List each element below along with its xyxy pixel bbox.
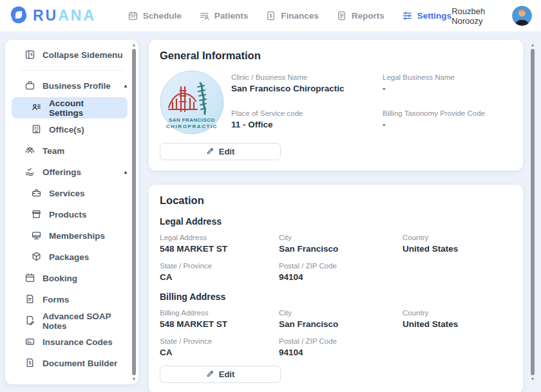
settings-sliders-icon [402,10,413,21]
sidebar-item-label: Insurance Codes [43,337,113,347]
field-label: State / Province [160,337,279,345]
collapse-sidemenu-label: Collapse Sidemenu [43,50,123,60]
sidebar-item-label: Offerings [43,167,81,177]
field-billing-address: Billing Address 548 MARKET ST [160,309,279,329]
app-window: RUANA Schedule Patie [0,0,541,392]
scroll-up-arrow-icon[interactable]: ▲ [529,42,536,48]
sidebar-item-memberships[interactable]: Memberships [5,225,138,247]
sidebar-item-document-builder[interactable]: $ Document Builder [5,353,138,374]
offerings-hand-icon [24,166,35,179]
sidebar-item-offices[interactable]: Office(s) [5,119,138,140]
sidebar-item-packages[interactable]: Packages [5,247,138,268]
field-label: Billing Address [160,309,279,317]
sidebar-item-team[interactable]: Team [5,140,138,162]
brand-logo[interactable]: RUANA [9,5,128,27]
field-value: 94104 [279,348,403,357]
collapse-sidemenu-icon [24,49,35,62]
nav-tab-patients[interactable]: Patients [199,10,249,21]
sidebar-item-label: Document Builder [43,359,117,368]
sidebar-item-products[interactable]: Products [5,204,138,225]
sidebar-item-label: Booking [43,274,77,283]
location-edit-button[interactable]: Edit [160,366,281,383]
nav-label: Reports [352,11,384,21]
field-state-province: State / Province CA [160,262,279,282]
field-postal-zip-code: Postal / ZIP Code 94104 [279,337,403,357]
billing-address-section-title: Billing Address [160,292,512,302]
sidebar-item-insurance-codes[interactable]: Insurance Codes [5,331,138,353]
chevron-up-icon[interactable]: ▲ [123,170,128,175]
scroll-down-arrow-icon[interactable]: ▼ [131,377,137,382]
sidebar-item-business-profile[interactable]: Business Profile ▲ [5,75,138,97]
sidebar-item-label: Business Profile [43,81,111,91]
chevron-up-icon[interactable]: ▲ [123,84,128,89]
legal-address-fields: Legal Address 548 MARKET ST City San Fra… [160,234,512,282]
general-information-title: General Information [160,50,512,62]
field-value: 11 - Office [231,120,383,129]
toolbox-icon [31,187,42,200]
document-pencil-icon [24,315,35,328]
field-label: Country [403,309,512,317]
sidebar-item-advanced-soap-notes[interactable]: Advanced SOAP Notes [5,310,138,331]
field-value: San Francisco [279,319,403,329]
nav-tab-settings[interactable]: Settings [402,10,451,21]
scrollbar-thumb[interactable] [132,49,136,375]
field-label: Postal / ZIP Code [279,337,403,345]
field-place-of-service-code: Place of Service code 11 - Office [231,109,383,135]
svg-text:CHIROPRACTIC: CHIROPRACTIC [166,124,218,129]
sidebar-scrollbar[interactable]: ▲ ▼ [131,42,137,382]
field-value: San Francisco Chiropractic [231,84,383,93]
sidebar-item-forms[interactable]: Forms [5,289,138,310]
office-building-icon [31,124,42,136]
field-value: 548 MARKET ST [160,244,279,254]
main-content: General Information [149,40,536,384]
sidebar-item-label: Services [49,189,85,198]
field-label: Clinic / Business Name [231,73,383,81]
main-scrollbar[interactable]: ▲ ▼ [529,42,536,382]
general-information-card: General Information [149,40,523,171]
sidebar-item-label: Forms [43,295,69,304]
field-label: Country [403,234,512,241]
scroll-up-arrow-icon[interactable]: ▲ [131,42,137,48]
ruana-logo-icon [9,5,28,27]
sidebar-item-services[interactable]: Services [5,183,138,204]
user-menu[interactable]: Rouzbeh Noroozy [451,6,532,26]
pencil-icon [206,147,214,157]
legal-address-section-title: Legal Address [160,216,512,227]
nav-tab-reports[interactable]: Reports [336,10,384,21]
clinic-logo[interactable]: SAN FRANCISCO CHIROPRACTIC [160,70,224,135]
sidebar-item-label: Products [49,210,87,219]
nav-tab-finances[interactable]: $ Finances [265,10,319,21]
top-header: RUANA Schedule Patie [0,0,541,32]
sidebar-item-label: Advanced SOAP Notes [43,312,128,331]
calendar-icon [24,272,35,285]
nav-tab-schedule[interactable]: Schedule [128,10,182,21]
field-label: Legal Address [160,234,279,241]
edit-button-label: Edit [219,147,235,156]
field-state-province: State / Province CA [160,337,279,357]
patients-icon [199,10,210,21]
general-information-edit-button[interactable]: Edit [160,143,281,160]
field-country: Country United States [403,309,512,329]
document-icon [24,294,35,306]
field-legal-address: Legal Address 548 MARKET ST [160,234,279,254]
reports-icon [336,10,347,21]
nav-label: Patients [214,11,249,21]
field-legal-business-name: Legal Business Name - [383,73,512,98]
sidebar-item-booking[interactable]: Booking [5,268,138,289]
sidebar-item-label: Account Settings [49,98,117,118]
document-dollar-icon: $ [24,357,35,370]
scrollbar-thumb[interactable] [531,49,535,375]
nav-label: Finances [281,11,319,21]
sidebar-divider [19,70,124,71]
collapse-sidemenu-button[interactable]: Collapse Sidemenu [5,44,138,66]
field-label: State / Province [160,262,279,270]
user-avatar[interactable] [512,6,532,26]
account-settings-icon [31,102,42,115]
brand-wordmark: RUANA [33,7,96,24]
scroll-down-arrow-icon[interactable]: ▼ [529,377,536,382]
calendar-icon [128,10,138,21]
sidebar: Collapse Sidemenu Business Profile ▲ Acc… [5,40,138,384]
field-country: Country United States [403,234,512,254]
sidebar-item-account-settings[interactable]: Account Settings [12,97,128,118]
sidebar-item-offerings[interactable]: Offerings ▲ [5,162,138,183]
